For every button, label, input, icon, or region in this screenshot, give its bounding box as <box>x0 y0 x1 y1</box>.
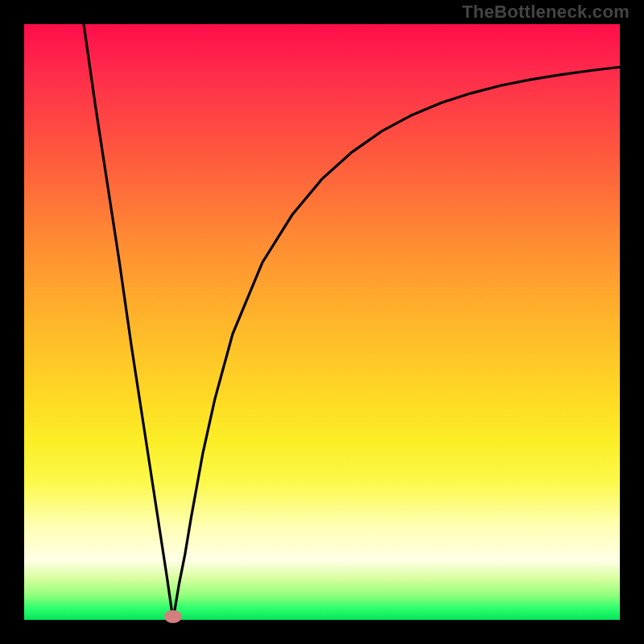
curve-left-branch <box>84 24 173 620</box>
curve-right-branch <box>173 67 620 620</box>
curve-layer <box>24 24 620 620</box>
watermark-text: TheBottleneck.com <box>462 2 630 23</box>
plot-area <box>24 24 620 620</box>
chart-frame: TheBottleneck.com <box>0 0 644 644</box>
vertex-marker <box>164 610 182 623</box>
